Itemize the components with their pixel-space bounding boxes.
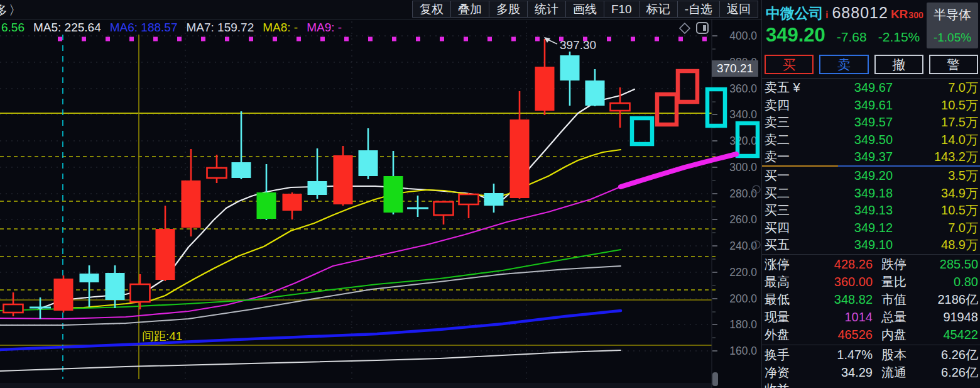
- level-price: 349.61: [817, 98, 893, 113]
- stats-block-2: 换手1.47%股本6.26亿净资34.29流通6.26亿收益(三)1.049PE…: [762, 346, 980, 388]
- toolbar-button--自选[interactable]: -自选: [678, 1, 720, 18]
- info-icon[interactable]: i: [825, 9, 828, 21]
- bid-row[interactable]: 买一349.203.5万: [762, 167, 980, 185]
- candle-body: [182, 180, 201, 228]
- drawn-rect-annotation: [678, 71, 697, 102]
- level-price: 349.57: [817, 115, 893, 130]
- level-volume: 48.9万: [893, 236, 978, 253]
- stat-label: 最低: [765, 291, 806, 308]
- candle-body: [484, 193, 504, 206]
- candle-body: [232, 162, 251, 178]
- level-volume: 34.9万: [893, 185, 978, 202]
- candle-body: [106, 273, 125, 300]
- sector-box[interactable]: 半导体 -1.05%: [927, 3, 978, 48]
- level-price: 349.50: [817, 133, 893, 147]
- ask-row[interactable]: 卖四349.6110.5万: [762, 97, 980, 114]
- axis-label: 300.0: [729, 161, 757, 174]
- panel-toggle-icon[interactable]: [697, 23, 708, 33]
- ask-row[interactable]: 卖一349.37143.2万: [762, 148, 980, 166]
- stat-label: 现量: [765, 309, 806, 326]
- level-volume: 10.5万: [893, 97, 978, 114]
- trade-button-警[interactable]: 警: [929, 55, 978, 74]
- trade-button-卖[interactable]: 卖: [819, 55, 868, 74]
- candle-body: [156, 229, 175, 280]
- toolbar-button-画线[interactable]: 画线: [566, 1, 604, 18]
- drawn-brush-line: [621, 154, 736, 187]
- trade-button-买[interactable]: 买: [765, 55, 814, 74]
- last-price: 349.20: [766, 24, 825, 47]
- level-volume: 7.0万: [893, 79, 978, 96]
- toolbar-button-叠加[interactable]: 叠加: [451, 1, 489, 18]
- candle-body: [459, 194, 479, 204]
- bid-row[interactable]: 买四349.127.0万: [762, 219, 980, 237]
- candle-body: [560, 55, 580, 80]
- kline-chart-pane: 多〉 复权叠加多股统计画线F10标记-自选返回 6.56MA5: 225.64M…: [0, 0, 761, 388]
- stat-label: 市值: [873, 291, 925, 308]
- stock-code: 688012: [832, 4, 888, 22]
- candle-body: [510, 119, 530, 198]
- toolbar-button-返回[interactable]: 返回: [720, 1, 758, 18]
- stat-value: 34.29: [806, 365, 873, 380]
- toolbar-button-F10[interactable]: F10: [604, 1, 640, 18]
- candle-body: [611, 103, 630, 111]
- stat-row: 最高360.00量比0.80: [762, 273, 980, 291]
- level-price: 349.18: [817, 186, 893, 201]
- stat-row: 现量1014总量91948: [762, 308, 980, 326]
- toolbar-button-标记[interactable]: 标记: [640, 1, 678, 18]
- stat-value: 0.80: [925, 275, 978, 289]
- drawn-rect-annotation: [632, 118, 652, 144]
- stat-value: 1.47%: [806, 348, 873, 362]
- divider: [762, 345, 980, 345]
- toolbar-button-复权[interactable]: 复权: [412, 1, 451, 18]
- bid-row[interactable]: 买五349.1048.9万: [762, 236, 980, 254]
- candle-body: [308, 181, 327, 195]
- stat-value: 348.82: [806, 292, 873, 307]
- stat-label: 净资: [765, 364, 806, 381]
- ask-row[interactable]: 卖三349.5717.5万: [762, 114, 980, 131]
- trade-button-撤[interactable]: 撤: [874, 55, 923, 74]
- axis-label: 200.0: [729, 292, 757, 305]
- stat-value: 6.26亿: [925, 364, 978, 381]
- stat-value: 428.26: [806, 257, 873, 272]
- stat-value: 46526: [806, 328, 873, 342]
- ask-levels: 卖五 ¥349.677.0万卖四349.6110.5万卖三349.5717.5万…: [762, 79, 980, 166]
- candle-body: [131, 284, 150, 302]
- stat-label: 最高: [765, 274, 806, 291]
- toolbar-button-统计[interactable]: 统计: [528, 1, 566, 18]
- drawn-rect-annotation: [707, 89, 725, 126]
- period-more-label[interactable]: 多〉: [0, 2, 23, 19]
- stat-row: 外盘46526内盘45422: [762, 326, 980, 343]
- ma-value: 6.56: [1, 21, 24, 34]
- level-label: 卖三: [765, 114, 817, 131]
- divider: [762, 78, 980, 79]
- bid-ask-divider: [762, 165, 980, 167]
- level-price: 349.10: [817, 238, 893, 252]
- stat-value: 91948: [925, 310, 978, 324]
- level-volume: 14.0万: [893, 131, 978, 148]
- price-change: -7.68: [837, 30, 867, 45]
- ask-row[interactable]: 卖二349.5014.0万: [762, 131, 980, 149]
- ask-row[interactable]: 卖五 ¥349.677.0万: [762, 79, 980, 97]
- stat-row: 涨停428.26跌停285.50: [762, 255, 980, 273]
- candle-body: [54, 279, 74, 311]
- candle-body: [334, 155, 353, 204]
- axis-label: 360.0: [729, 82, 757, 95]
- bid-row[interactable]: 买二349.1834.9万: [762, 185, 980, 202]
- diamond-icon[interactable]: [680, 23, 690, 33]
- chart-scrollbar[interactable]: [712, 372, 718, 386]
- stat-label: 内盘: [873, 326, 925, 343]
- stat-label: 涨停: [765, 256, 806, 273]
- stock-header: 中微公司 i 688012 KR 300 半导体 -1.05% 349.20 -…: [762, 0, 980, 52]
- kr300-badge: 300: [908, 10, 923, 20]
- toolbar-button-多股[interactable]: 多股: [489, 1, 528, 18]
- chart-toolbar: 复权叠加多股统计画线F10标记-自选返回: [412, 1, 758, 18]
- stat-row: 最低348.82市值2186亿: [762, 291, 980, 308]
- axis-label: 320.0: [729, 135, 757, 147]
- bid-row[interactable]: 买三349.1310.5万: [762, 202, 980, 219]
- ma-value: MA7: 159.72: [186, 21, 254, 34]
- axis-label: 180.0: [729, 318, 757, 331]
- stats-block-1: 涨停428.26跌停285.50最高360.00量比0.80最低348.82市值…: [762, 255, 980, 343]
- price-change-pct: -2.15%: [878, 30, 920, 45]
- axis-label: 260.0: [729, 213, 757, 226]
- level-label: 买一: [765, 167, 817, 184]
